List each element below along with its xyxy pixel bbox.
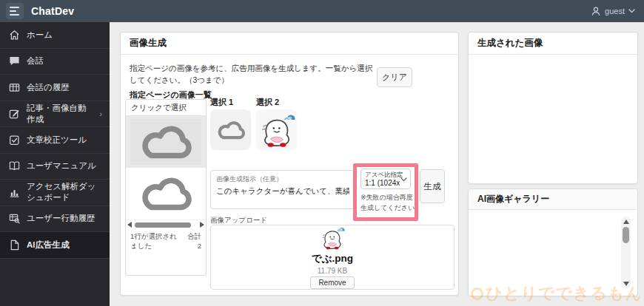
horizontal-scrollbar[interactable] [126,220,206,229]
sidebar-item-chat-history[interactable]: 会話の履歴 [0,75,110,101]
scrollbar-thumb[interactable] [623,227,629,243]
cloud-image [130,171,201,217]
menu-toggle-icon[interactable] [6,3,24,19]
home-icon [9,30,20,41]
sidebar: ホーム 会話 会話の履歴 記事・画像自動作成 › 文章校正ツール ユーザマ [0,22,110,306]
sidebar-item-behavior-history[interactable]: ユーザー行動履歴 [0,206,110,233]
top-bar: ChatDev guest [0,0,644,22]
generated-images-panel: 生成された画像 [468,32,638,184]
uploaded-filesize: 11.79 KB [318,267,347,275]
chat-icon [9,55,20,67]
chevron-right-icon: › [99,109,102,118]
total-value: 2 [187,242,201,251]
aspect-ratio-select[interactable]: アスペ比指定 1:1 (1024x10 [360,169,411,189]
user-menu[interactable]: guest [591,6,635,17]
image-list-footer: 1行が選択されました 合計 2 [126,229,206,251]
sidebar-item-label: アクセス解析ダッシュボード [27,181,102,203]
uploaded-file-thumbnail [320,225,345,251]
sidebar-item-proofread[interactable]: 文章校正ツール [0,127,110,154]
ai-image-gallery-panel: AI画像ギャラリー [468,188,638,296]
page-image-list: クリックで選択 1行が選択されました 合計 2 [125,99,207,276]
generated-images-title: 生成された画像 [469,33,637,55]
sidebar-item-label: AI広告生成 [27,239,70,251]
chevron-down-icon [628,9,635,13]
remove-file-button[interactable]: Remove [310,276,354,289]
user-icon [591,6,601,17]
prompt-input[interactable]: 画像生成指示（任意） このキャラクターが喜んでいて、業績が上がる [210,170,355,209]
image-list-header: クリックで選択 [126,100,206,116]
uploaded-filename: でぶ.png [312,252,353,265]
upload-dropzone[interactable]: でぶ.png 11.79 KB Remove [210,225,455,290]
gallery-scroll-area[interactable] [469,210,637,296]
sidebar-item-label: ホーム [27,30,53,41]
sidebar-item-manual[interactable]: ユーザマニュアル [0,154,110,180]
image-generation-panel: 画像生成 指定ページの画像を参考に、広告用画像を生成します。一覧から選択してくだ… [120,32,459,296]
panel-description: 指定ページの画像を参考に、広告用画像を生成します。一覧から選択してください。（3… [130,62,378,86]
compose-icon [9,108,20,119]
clear-button[interactable]: クリア [377,67,412,87]
retry-note: ※失敗の場合再度生成してください [360,193,418,213]
selection-1-label: 選択 1 [210,97,233,108]
scroll-up-icon[interactable] [623,220,629,224]
bar-chart-icon [9,187,20,198]
scroll-down-icon[interactable] [623,282,629,286]
selection-1-thumbnail[interactable] [210,109,251,150]
sidebar-item-label: 会話 [27,55,44,67]
user-name: guest [605,7,625,16]
vertical-scrollbar[interactable] [621,217,631,289]
panel-title: 画像生成 [121,33,458,55]
sidebar-item-analytics[interactable]: アクセス解析ダッシュボード [0,180,110,206]
sidebar-item-label: 文章校正ツール [27,135,87,146]
sidebar-item-auto-create[interactable]: 記事・画像自動作成 › [0,101,110,128]
sidebar-item-label: 会話の履歴 [27,82,70,93]
sidebar-item-label: ユーザマニュアル [27,160,96,171]
sidebar-item-home[interactable]: ホーム [0,22,110,49]
table-icon [9,82,20,93]
selection-2-thumbnail[interactable] [256,109,297,150]
generate-button[interactable]: 生成 [420,169,445,203]
app-window: DB ChatDev guest ホーム [0,0,644,306]
image-list-row-selected[interactable] [126,116,206,168]
total-label: 合計 [187,232,201,242]
sidebar-item-ai-ad-generation[interactable]: AI広告生成 [0,232,110,259]
aspect-label: アスペ比指定 [365,171,400,179]
sidebar-item-label: 記事・画像自動作成 [27,103,93,125]
sidebar-item-chat[interactable]: 会話 [0,49,110,75]
prompt-value: このキャラクターが喜んでいて、業績が上がる [216,186,349,197]
book-icon [9,160,20,171]
aspect-value: 1:1 (1024x10 [365,179,400,188]
checkbox-icon [9,135,20,146]
gallery-title: AI画像ギャラリー [469,189,637,210]
chevron-down-icon [400,177,407,182]
prompt-label: 画像生成指示（任意） [216,174,349,184]
selection-2-label: 選択 2 [256,97,279,108]
cloud-image [130,119,201,165]
document-icon [9,239,20,251]
scrollbar-thumb[interactable] [135,222,191,228]
sidebar-item-label: ユーザー行動履歴 [27,213,95,224]
rows-selected-text: 1行が選択されました [130,232,178,251]
app-title: ChatDev [31,5,74,17]
scroll-right-icon[interactable] [200,222,204,228]
scroll-left-icon[interactable] [127,222,132,228]
table-search-icon [9,213,20,224]
image-list-row[interactable] [126,168,206,220]
